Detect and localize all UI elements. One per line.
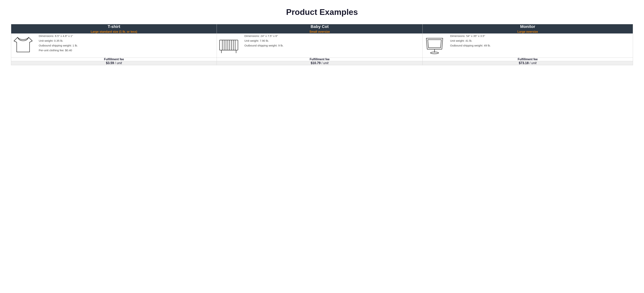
monitor-fee-unit: unit [531, 61, 536, 65]
tshirt-details: Dimensions: 8.5" x 4.8" x 1" Unit weight… [11, 34, 217, 58]
monitor-spec-2: Outbound shipping weight: 49 lb. [450, 44, 491, 47]
header-row: T-shirt Large standard size (1 lb. or le… [11, 24, 633, 34]
monitor-icon [422, 34, 446, 58]
babycot-details: Dimensions: 24" x 7.5" x 6" Unit weight:… [217, 34, 422, 58]
monitor-name: Monitor [422, 24, 633, 29]
babycot-fee-unit: unit [323, 61, 328, 65]
fee-label-row: Fulfillment fee Fulfillment fee Fulfillm… [11, 58, 633, 61]
header-monitor: Monitor Large oversize [422, 24, 633, 34]
babycot-fee-value: $10.79 / unit [217, 61, 422, 65]
tshirt-spec-1: Unit weight: 0.35 lb. [39, 39, 63, 42]
monitor-fee-value: $73.18 / unit [422, 61, 633, 65]
babycot-icon [217, 34, 241, 58]
babycot-spec-2: Outbound shipping weight: 9 lb. [244, 44, 284, 47]
monitor-specs: Dimensions: 54" x 35" x 3.5" Unit weight… [450, 34, 491, 48]
tshirt-specs: Dimensions: 8.5" x 4.8" x 1" Unit weight… [39, 34, 78, 53]
fee-value-row: $3.59 / unit $10.79 / unit $73.18 / unit [11, 61, 633, 65]
monitor-details: Dimensions: 54" x 35" x 3.5" Unit weight… [422, 34, 633, 58]
monitor-fee-label: Fulfillment fee [422, 58, 633, 61]
monitor-fee-amount: $73.18 [519, 61, 529, 65]
tshirt-fee-label: Fulfillment fee [11, 58, 217, 61]
product-examples-table: T-shirt Large standard size (1 lb. or le… [11, 24, 633, 65]
tshirt-icon [11, 34, 35, 58]
babycot-fee-amount: $10.79 [311, 61, 321, 65]
tshirt-fee-value: $3.59 / unit [11, 61, 217, 65]
tshirt-size-category: Large standard size (1 lb. or less) [11, 30, 216, 34]
tshirt-fee-amount: $3.59 [106, 61, 114, 65]
babycot-fee-label: Fulfillment fee [217, 58, 422, 61]
header-babycot: Baby Cot Small oversize [217, 24, 422, 34]
tshirt-spec-2: Outbound shipping weight: 1 lb. [39, 44, 78, 47]
monitor-size-category: Large oversize [422, 30, 633, 34]
monitor-spec-0: Dimensions: 54" x 35" x 3.5" [450, 34, 485, 38]
babycot-size-category: Small oversize [217, 30, 422, 34]
babycot-spec-1: Unit weight: 7.90 lb. [244, 39, 269, 42]
babycot-specs: Dimensions: 24" x 7.5" x 6" Unit weight:… [244, 34, 284, 48]
tshirt-name: T-shirt [11, 24, 216, 29]
header-tshirt: T-shirt Large standard size (1 lb. or le… [11, 24, 217, 34]
tshirt-spec-3: Per-unit clothing fee: $0.40 [39, 49, 72, 52]
tshirt-spec-0: Dimensions: 8.5" x 4.8" x 1" [39, 34, 73, 38]
babycot-spec-0: Dimensions: 24" x 7.5" x 6" [244, 34, 278, 38]
monitor-spec-1: Unit weight: 41 lb. [450, 39, 472, 42]
babycot-name: Baby Cot [217, 24, 422, 29]
details-row: Dimensions: 8.5" x 4.8" x 1" Unit weight… [11, 34, 633, 58]
tshirt-fee-unit: unit [117, 61, 122, 65]
page-title: Product Examples [11, 7, 633, 17]
